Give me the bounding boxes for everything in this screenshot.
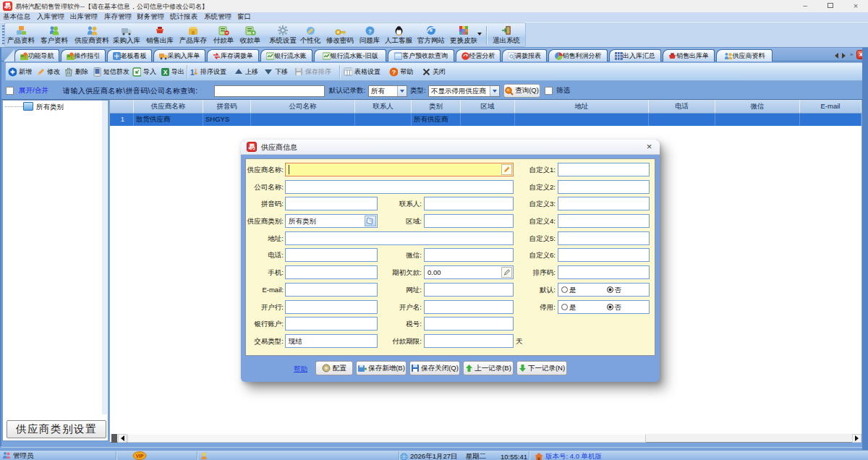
svg-text:1: 1 <box>190 69 195 77</box>
svg-text:?: ? <box>392 69 396 76</box>
svg-text:X: X <box>163 68 168 75</box>
svg-text:?: ? <box>368 28 372 35</box>
svg-text:VIP: VIP <box>136 453 144 459</box>
